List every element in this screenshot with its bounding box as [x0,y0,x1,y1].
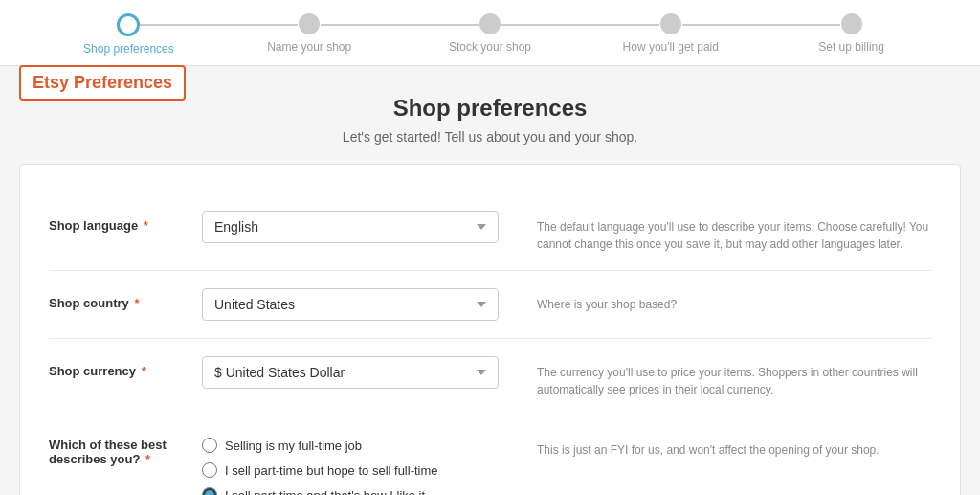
shop-country-row: Shop country * United States United King… [49,271,931,339]
step-circle-3 [479,13,501,34]
step-circle-4 [660,13,681,34]
step-circle-2 [299,13,320,34]
shop-country-help: Where is your shop based? [499,288,931,313]
step-billing[interactable]: Set up billing [761,13,942,63]
radio-full-time[interactable]: Selling is my full-time job [202,438,499,453]
page-wrapper: Shop preferences Name your shop Stock yo… [0,0,980,495]
shop-country-select[interactable]: United States United Kingdom Canada Aust… [202,288,499,321]
step-label-2: Name your shop [267,40,351,63]
radio-full-time-label: Selling is my full-time job [225,439,362,453]
step-label-4: How you'll get paid [623,40,719,63]
radio-group: Selling is my full-time job I sell part-… [202,434,499,495]
describes-you-label: Which of these best describes you? * [49,434,202,466]
step-label-3: Stock your shop [449,40,531,63]
step-stock-shop[interactable]: Stock your shop [400,13,581,63]
describes-you-control: Selling is my full-time job I sell part-… [202,434,499,495]
step-circle-1 [117,13,140,36]
step-name-shop[interactable]: Name your shop [219,13,400,63]
describes-you-help: This is just an FYI for us, and won't af… [499,434,931,459]
shop-country-label: Shop country * [49,288,202,310]
shop-language-label: Shop language * [49,211,202,233]
step-label-5: Set up billing [818,40,884,63]
shop-currency-row: Shop currency * $ United States Dollar £… [49,339,931,416]
shop-language-help: The default language you'll use to descr… [499,211,931,253]
describes-you-row: Which of these best describes you? * Sel… [49,416,931,495]
etsy-preferences-badge: Etsy Preferences [19,65,186,101]
step-label-1: Shop preferences [83,42,174,65]
radio-part-time-like[interactable]: I sell part-time and that's how I like i… [202,487,499,495]
step-get-paid[interactable]: How you'll get paid [580,13,761,63]
shop-currency-help: The currency you'll use to price your it… [499,356,931,398]
shop-country-control: United States United Kingdom Canada Aust… [202,288,499,321]
form-card: Shop language * English French German Sp… [19,164,961,495]
shop-currency-label: Shop currency * [49,356,202,378]
shop-language-row: Shop language * English French German Sp… [49,193,931,271]
shop-currency-control: $ United States Dollar £ British Pound €… [202,356,499,389]
stepper: Shop preferences Name your shop Stock yo… [0,0,980,66]
radio-part-time-hope-label: I sell part-time but hope to sell full-t… [225,463,438,478]
step-shop-preferences[interactable]: Shop preferences [38,13,219,65]
page-subtitle: Let's get started! Tell us about you and… [19,129,961,145]
radio-part-time-like-input[interactable] [202,487,217,495]
radio-full-time-input[interactable] [202,438,217,453]
radio-part-time-like-label: I sell part-time and that's how I like i… [225,488,425,496]
shop-language-control: English French German Spanish Italian [202,211,499,243]
shop-currency-select[interactable]: $ United States Dollar £ British Pound €… [202,356,499,389]
radio-part-time-hope-input[interactable] [202,462,217,478]
shop-language-select[interactable]: English French German Spanish Italian [202,211,499,243]
radio-part-time-hope[interactable]: I sell part-time but hope to sell full-t… [202,462,499,478]
step-circle-5 [841,13,862,34]
